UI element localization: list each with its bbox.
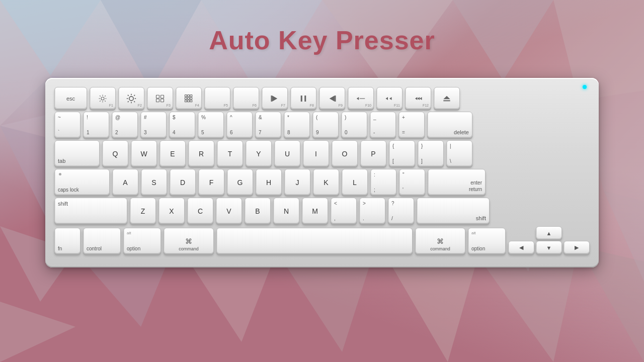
key-p[interactable]: P <box>360 140 386 166</box>
key-j[interactable]: J <box>284 169 310 195</box>
key-open-bracket[interactable]: { [ <box>389 140 415 166</box>
key-u[interactable]: U <box>274 140 300 166</box>
svg-rect-61 <box>301 96 302 102</box>
key-s[interactable]: S <box>141 169 167 195</box>
key-3[interactable]: # 3 <box>140 112 167 138</box>
key-b[interactable]: B <box>245 198 271 224</box>
key-l[interactable]: L <box>342 169 368 195</box>
key-close-bracket[interactable]: } ] <box>418 140 444 166</box>
key-f4[interactable]: F4 <box>176 87 202 109</box>
key-2[interactable]: @ 2 <box>112 112 138 138</box>
key-equals[interactable]: + = <box>398 112 425 138</box>
key-comma[interactable]: < , <box>331 198 357 224</box>
svg-marker-70 <box>418 97 420 100</box>
key-enter[interactable]: enterreturn <box>428 169 486 195</box>
key-semicolon[interactable]: : ; <box>370 169 396 195</box>
svg-rect-56 <box>185 100 187 102</box>
key-f[interactable]: F <box>198 169 224 195</box>
svg-point-28 <box>101 97 104 100</box>
key-o[interactable]: O <box>332 140 358 166</box>
key-f2[interactable]: F2 <box>118 87 144 109</box>
svg-rect-46 <box>156 95 159 98</box>
key-command-left[interactable]: ⌘ command <box>164 228 214 254</box>
key-shift-right[interactable]: shift <box>417 198 490 224</box>
key-f1[interactable]: F1 <box>90 87 116 109</box>
key-m[interactable]: M <box>302 198 328 224</box>
key-8[interactable]: * 8 <box>284 112 310 138</box>
key-option-right[interactable]: alt option <box>468 228 506 254</box>
key-f12[interactable]: F12 <box>405 87 431 109</box>
key-period[interactable]: > . <box>359 198 385 224</box>
key-n[interactable]: N <box>273 198 299 224</box>
key-f7[interactable]: F7 <box>262 87 288 109</box>
key-arrow-down[interactable]: ▼ <box>536 241 562 254</box>
svg-marker-67 <box>386 97 388 100</box>
key-t[interactable]: T <box>217 140 243 166</box>
svg-rect-55 <box>190 97 192 99</box>
key-f6[interactable]: F6 <box>233 87 259 109</box>
key-tab[interactable]: tab <box>54 140 100 166</box>
key-w[interactable]: W <box>131 140 157 166</box>
svg-rect-48 <box>156 99 159 102</box>
key-tilde[interactable]: ~ ` <box>54 112 80 138</box>
key-v[interactable]: V <box>216 198 242 224</box>
svg-marker-69 <box>415 97 418 100</box>
page-title: Auto Key Presser <box>0 25 644 55</box>
key-z[interactable]: Z <box>130 198 156 224</box>
key-q[interactable]: Q <box>102 140 128 166</box>
key-eject[interactable] <box>434 87 460 109</box>
key-slash[interactable]: ? / <box>388 198 414 224</box>
key-delete[interactable]: delete <box>427 112 472 138</box>
key-r[interactable]: R <box>188 140 214 166</box>
key-f3[interactable]: F3 <box>147 87 173 109</box>
key-7[interactable]: & 7 <box>255 112 281 138</box>
key-g[interactable]: G <box>227 169 253 195</box>
svg-line-33 <box>100 96 101 97</box>
key-y[interactable]: Y <box>246 140 272 166</box>
key-quote[interactable]: " ' <box>399 169 425 195</box>
key-1[interactable]: ! 1 <box>83 112 109 138</box>
key-f10[interactable]: F10 <box>348 87 374 109</box>
key-f9[interactable]: F9 <box>319 87 345 109</box>
key-f5[interactable]: F5 <box>204 87 230 109</box>
key-x[interactable]: X <box>158 198 185 224</box>
svg-marker-71 <box>420 97 422 100</box>
key-d[interactable]: D <box>170 169 196 195</box>
key-esc[interactable]: esc <box>54 87 87 109</box>
key-control[interactable]: control <box>83 228 121 254</box>
key-arrow-up[interactable]: ▲ <box>536 226 562 239</box>
key-option-left[interactable]: alt option <box>123 228 161 254</box>
number-key-row: ~ ` ! 1 @ 2 # 3 $ 4 % 5 <box>54 112 590 138</box>
caps-lock-indicator <box>59 173 61 175</box>
key-arrow-right[interactable]: ▶ <box>564 241 590 254</box>
key-space[interactable] <box>216 228 413 254</box>
svg-marker-17 <box>0 302 75 362</box>
key-i[interactable]: I <box>303 140 329 166</box>
key-6[interactable]: ^ 6 <box>226 112 253 138</box>
svg-rect-52 <box>190 95 192 97</box>
svg-rect-53 <box>185 97 187 99</box>
key-h[interactable]: H <box>256 169 282 195</box>
key-command-right[interactable]: ⌘ command <box>415 228 465 254</box>
key-shift-left[interactable]: shift <box>54 198 127 224</box>
key-e[interactable]: E <box>159 140 186 166</box>
key-minus[interactable]: _ - <box>370 112 396 138</box>
key-fn[interactable]: fn <box>54 228 80 254</box>
key-k[interactable]: K <box>313 169 339 195</box>
key-9[interactable]: ( 9 <box>312 112 339 138</box>
key-c[interactable]: C <box>187 198 213 224</box>
svg-rect-54 <box>188 97 190 99</box>
svg-line-35 <box>100 101 101 102</box>
qwerty-row: tab Q W E R T Y U I O P { [ } ] | \ <box>54 140 590 166</box>
key-4[interactable]: $ 4 <box>169 112 195 138</box>
key-f11[interactable]: F11 <box>376 87 403 109</box>
key-f8[interactable]: F8 <box>290 87 316 109</box>
key-caps-lock[interactable]: caps lock <box>54 169 110 195</box>
key-backslash[interactable]: | \ <box>446 140 472 166</box>
key-arrow-left[interactable]: ◀ <box>508 241 534 254</box>
key-5[interactable]: % 5 <box>198 112 224 138</box>
svg-line-45 <box>134 95 135 96</box>
svg-rect-62 <box>304 96 306 102</box>
key-0[interactable]: ) 0 <box>341 112 367 138</box>
key-a[interactable]: A <box>112 169 138 195</box>
